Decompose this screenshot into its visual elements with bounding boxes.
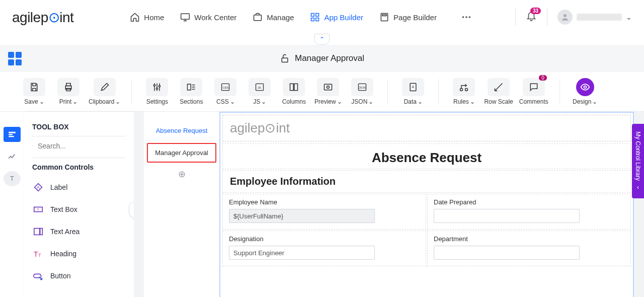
js-button[interactable]: JS JS⌄ <box>246 78 274 105</box>
button-icon <box>32 270 44 282</box>
control-textbox[interactable]: T Text Box <box>32 198 126 220</box>
form-canvas[interactable]: agilep⊙int Absence Request Employee Info… <box>219 112 634 297</box>
sliders-icon <box>152 82 162 92</box>
control-label[interactable]: A Label <box>32 176 126 198</box>
chevron-down-icon: ⌄ <box>230 98 235 105</box>
save-icon <box>29 82 39 92</box>
rail-type[interactable]: T <box>4 171 21 186</box>
save-button[interactable]: Save⌄ <box>20 78 48 105</box>
design-button[interactable]: Design⌄ <box>571 78 599 105</box>
json-button[interactable]: JSON JSON⌄ <box>348 78 376 105</box>
add-form-tab-button[interactable]: ⊕ <box>144 165 219 180</box>
svg-rect-0 <box>181 14 190 19</box>
logo-dot-icon: ⊙ <box>48 10 60 25</box>
svg-rect-25 <box>294 84 298 90</box>
search-icon <box>32 141 34 151</box>
heading-icon: TT <box>32 248 44 260</box>
form-header-logo[interactable]: agilep⊙int <box>222 115 631 141</box>
svg-rect-3 <box>316 14 319 17</box>
chevron-down-icon: ⌄ <box>261 98 266 105</box>
nav-more[interactable] <box>461 12 472 23</box>
field-employee-name[interactable]: Employee Name <box>222 194 426 230</box>
form-tab-absence-request[interactable]: Absence Request <box>144 121 219 141</box>
user-menu[interactable]: ⌄ <box>557 10 632 25</box>
page-icon <box>379 12 389 22</box>
field-date-prepared[interactable]: Date Prepared <box>427 194 631 230</box>
data-button[interactable]: A Data⌄ <box>399 78 427 105</box>
svg-point-18 <box>159 85 160 87</box>
svg-rect-14 <box>66 83 70 86</box>
svg-rect-2 <box>311 14 314 17</box>
json-icon: JSON <box>357 82 368 92</box>
briefcase-icon <box>253 12 263 22</box>
chevron-down-icon: ⌄ <box>337 98 342 105</box>
css-button[interactable]: CSS CSS⌄ <box>211 78 239 105</box>
rules-button[interactable]: Rules⌄ <box>450 78 478 105</box>
control-button[interactable]: Button <box>32 265 126 287</box>
home-icon <box>130 12 140 22</box>
notifications-button[interactable]: 33 <box>526 11 537 24</box>
svg-point-9 <box>465 16 467 18</box>
svg-rect-43 <box>40 229 43 235</box>
notification-count-badge: 33 <box>530 8 541 14</box>
chevron-left-icon: ‹ <box>637 184 639 191</box>
control-heading[interactable]: TT Heading <box>32 243 126 265</box>
avatar-icon <box>557 10 573 25</box>
employee-name-input[interactable] <box>229 209 375 223</box>
svg-text:T: T <box>37 207 39 212</box>
app-switcher[interactable] <box>8 52 22 65</box>
preview-button[interactable]: Preview⌄ <box>314 78 342 105</box>
svg-text:A: A <box>412 85 415 88</box>
chevron-down-icon: ⌄ <box>115 98 120 105</box>
field-department[interactable]: Department <box>427 231 631 266</box>
rail-analytics[interactable] <box>4 149 21 164</box>
svg-rect-35 <box>9 132 16 133</box>
svg-text:A: A <box>37 185 40 190</box>
comments-button[interactable]: Comments <box>519 78 548 105</box>
svg-point-11 <box>564 14 567 17</box>
nav-work-center[interactable]: Work Center <box>179 9 237 25</box>
settings-button[interactable]: Settings <box>143 78 171 105</box>
print-button[interactable]: Print⌄ <box>54 78 83 105</box>
chevron-down-icon: ⌄ <box>72 98 77 105</box>
t-icon: T <box>10 175 14 182</box>
columns-icon <box>289 82 299 92</box>
comment-icon <box>529 82 539 92</box>
nav-home[interactable]: Home <box>129 9 165 25</box>
section-header[interactable]: Employee Information <box>222 170 631 193</box>
nav-page-builder[interactable]: Page Builder <box>378 9 438 25</box>
eye-icon <box>580 82 590 92</box>
field-designation[interactable]: Designation <box>222 231 426 266</box>
svg-point-16 <box>154 85 155 86</box>
lock-open-icon <box>280 53 290 63</box>
svg-point-17 <box>156 88 158 89</box>
chevron-up-icon: ⌃ <box>319 36 325 43</box>
sections-button[interactable]: Sections <box>177 78 205 105</box>
row-scale-button[interactable]: Row Scale <box>484 78 513 105</box>
svg-point-10 <box>469 16 471 18</box>
nav-app-builder[interactable]: App Builder <box>309 9 364 25</box>
form-tab-manager-approval[interactable]: Manager Approval <box>147 143 216 163</box>
print-icon <box>63 82 73 92</box>
designation-input[interactable] <box>229 246 375 260</box>
svg-rect-19 <box>188 84 191 90</box>
svg-point-8 <box>462 16 464 18</box>
my-control-library-tab[interactable]: My Control Library ‹ <box>632 124 644 198</box>
chart-icon <box>8 152 17 161</box>
toolbox-search[interactable] <box>32 141 126 151</box>
date-prepared-input[interactable] <box>434 209 580 223</box>
department-input[interactable] <box>434 246 580 260</box>
columns-button[interactable]: Columns <box>280 78 308 105</box>
nav-manage[interactable]: Manage <box>252 9 295 25</box>
svg-text:CSS: CSS <box>223 86 229 89</box>
clipboard-button[interactable]: Clipboard⌄ <box>89 78 120 105</box>
search-input[interactable] <box>38 142 126 150</box>
form-title[interactable]: Absence Request <box>222 143 631 169</box>
logo: agilep⊙int <box>12 9 73 26</box>
svg-rect-15 <box>66 88 70 91</box>
control-textarea[interactable]: Text Area <box>32 220 126 243</box>
rail-form-controls[interactable] <box>4 127 21 142</box>
svg-rect-24 <box>290 84 294 90</box>
collapse-nav-button[interactable]: ⌃ <box>314 34 330 45</box>
pencil-icon <box>100 82 110 92</box>
